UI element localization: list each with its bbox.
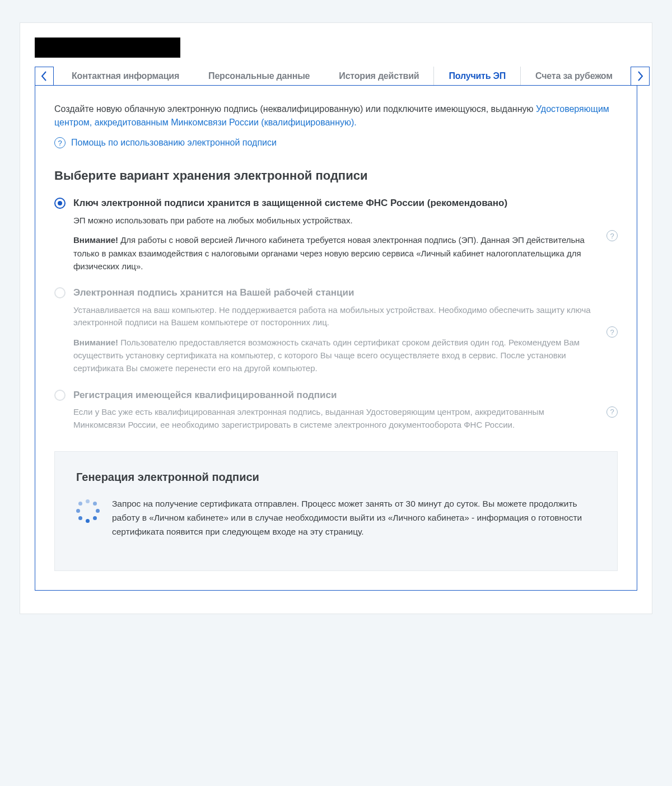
help-icon: ? <box>606 326 618 338</box>
help-icon: ? <box>606 406 618 418</box>
option-desc: Устанавливается на ваш компьютер. Не под… <box>73 304 598 329</box>
option-help-button[interactable]: ? <box>606 326 618 338</box>
help-link-text: Помощь по использованию электронной подп… <box>71 138 277 148</box>
tab-foreign-accounts[interactable]: Счета за рубежом <box>521 67 627 86</box>
tabs-list: Контактная информация Персональные данны… <box>54 67 631 86</box>
storage-option-workstation[interactable]: Электронная подпись хранится на Вашей ра… <box>54 286 618 375</box>
spinner-icon <box>76 499 100 523</box>
radio-unselected-icon[interactable] <box>54 390 66 401</box>
generation-status-box: Генерация электронной подписи Запрос на … <box>54 451 618 570</box>
redacted-header <box>35 38 180 58</box>
tab-get-signature[interactable]: Получить ЭП <box>433 67 521 86</box>
option-warning: Внимание! Пользователю предоставляется в… <box>73 336 598 375</box>
option-help-button[interactable]: ? <box>606 230 618 241</box>
option-title: Электронная подпись хранится на Вашей ра… <box>73 286 598 300</box>
radio-unselected-icon[interactable] <box>54 287 66 298</box>
warn-text: Пользователю предоставляется возможность… <box>73 338 580 373</box>
intro-plain: Создайте новую облачную электронную подп… <box>54 104 536 114</box>
section-heading: Выберите вариант хранения электронной по… <box>54 169 618 183</box>
intro-text: Создайте новую облачную электронную подп… <box>54 102 618 129</box>
warn-label: Внимание! <box>73 235 118 245</box>
warn-label: Внимание! <box>73 338 118 347</box>
storage-option-fns[interactable]: Ключ электронной подписи хранится в защи… <box>54 196 618 273</box>
tab-personal-data[interactable]: Персональные данные <box>194 67 324 86</box>
option-body: Ключ электронной подписи хранится в защи… <box>73 196 598 273</box>
generation-title: Генерация электронной подписи <box>76 471 596 484</box>
option-title: Регистрация имеющейся квалифицированной … <box>73 389 598 402</box>
option-desc: Если у Вас уже есть квалифицированная эл… <box>73 406 598 431</box>
tabs-prev-button[interactable] <box>35 67 54 86</box>
option-warning: Внимание! Для работы с новой версией Лич… <box>73 233 598 273</box>
generation-text: Запрос на получение сертификата отправле… <box>112 497 596 539</box>
option-help-button[interactable]: ? <box>606 406 618 418</box>
main-card: Контактная информация Персональные данны… <box>20 22 652 614</box>
chevron-left-icon <box>41 71 48 82</box>
option-desc: ЭП можно использовать при работе на любы… <box>73 214 598 227</box>
tab-contact-info[interactable]: Контактная информация <box>57 67 194 86</box>
chevron-right-icon <box>637 71 643 82</box>
help-icon: ? <box>54 137 66 148</box>
help-icon: ? <box>606 230 618 241</box>
tabs-next-button[interactable] <box>631 67 650 86</box>
storage-option-register-existing[interactable]: Регистрация имеющейся квалифицированной … <box>54 389 618 438</box>
content-frame: Создайте новую облачную электронную подп… <box>35 85 637 591</box>
tabs-row: Контактная информация Персональные данны… <box>20 67 652 86</box>
option-body: Регистрация имеющейся квалифицированной … <box>73 389 598 438</box>
option-body: Электронная подпись хранится на Вашей ра… <box>73 286 598 375</box>
option-title: Ключ электронной подписи хранится в защи… <box>73 196 598 210</box>
help-line[interactable]: ? Помощь по использованию электронной по… <box>54 137 618 148</box>
radio-selected-icon[interactable] <box>54 198 66 209</box>
tab-history[interactable]: История действий <box>324 67 433 86</box>
warn-text: Для работы с новой версией Личного кабин… <box>73 235 585 271</box>
